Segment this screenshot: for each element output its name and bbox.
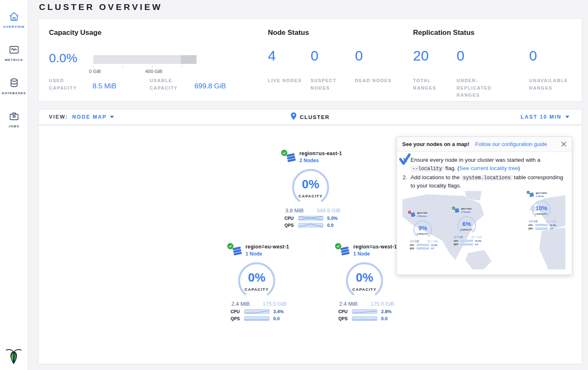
capacity-used-percent: 0.0% (49, 51, 77, 65)
metrics-icon (9, 44, 19, 55)
cockroachdb-logo-icon (5, 348, 22, 367)
qps-value: 0.0 (327, 223, 333, 228)
cpu-label: CPU (338, 309, 352, 314)
capacity-percent: 9% (413, 225, 433, 232)
used-capacity-value: 8.5 MiB (92, 82, 117, 90)
cpu-label: CPU (454, 240, 461, 242)
cpu-value: 3.4% (273, 309, 284, 314)
qps-sparkline (298, 223, 324, 228)
replication-status-title: Replication Status (413, 29, 474, 37)
capacity-percent: 0% (344, 271, 385, 285)
locality-region-label: region=us-west-1 (353, 244, 397, 250)
cpu-label: CPU (528, 224, 535, 226)
qps-label: QPS (338, 316, 352, 321)
capacity-axis-tick (152, 66, 153, 68)
cpu-value: 5.0% (327, 216, 338, 221)
capacity-percent: 0% (236, 271, 277, 285)
cpu-value: 2.8% (381, 309, 391, 314)
configuration-guide-link[interactable]: Follow our configuration guide (475, 141, 547, 147)
time-range-dropdown[interactable]: LAST 10 MIN (521, 114, 569, 120)
locality-nodes-link: 1 Node (536, 195, 547, 198)
qps-label: QPS (528, 227, 535, 230)
example-node-map-preview: geo=sfo 2 Nodes 9% CAPACITY 3.2 GiB 35.1… (402, 191, 566, 270)
locality-region-label: geo=nyc (461, 207, 472, 210)
sidebar-item-jobs[interactable]: JOBS (0, 103, 28, 136)
capacity-total: 35.1 GiB (427, 240, 437, 243)
qps-sparkline (461, 243, 474, 246)
node-map-setup-popup: See your nodes on a map! Follow our conf… (396, 136, 572, 275)
page-title: CLUSTER OVERVIEW (39, 2, 163, 12)
capacity-caption: CAPACITY (236, 287, 277, 292)
capacity-gauge: 0% CAPACITY (236, 261, 277, 300)
sidebar-item-databases[interactable]: DATABASES (0, 70, 28, 103)
sidebar-item-label: JOBS (8, 124, 19, 128)
sidebar-item-metrics[interactable]: METRICS (0, 37, 28, 70)
cpu-label: CPU (284, 216, 298, 221)
capacity-axis-label: 400 GiB (145, 69, 163, 74)
close-icon[interactable] (561, 141, 566, 147)
capacity-gauge: 0% CAPACITY (344, 261, 385, 300)
capacity-axis-label: 0 GiB (89, 69, 101, 74)
preview-locality-sfo: geo=sfo 2 Nodes 9% CAPACITY 3.2 GiB 35.1… (407, 211, 438, 250)
unavailable-ranges-value: 0 (529, 48, 537, 64)
capacity-gauge: 0% CAPACITY (290, 168, 331, 207)
dead-nodes-label: DEAD NODES (355, 77, 394, 85)
locality-nodes-link[interactable]: 2 Nodes (299, 158, 342, 163)
chevron-down-icon (110, 116, 114, 118)
capacity-percent: 0% (290, 178, 331, 191)
capacity-used: 2.4 MiB (231, 301, 250, 307)
preview-locality-ams: geo=ams 1 Node 10% CAPACITY 3.6 GiB 34.4… (526, 191, 557, 230)
locality-db-stack-icon (454, 208, 460, 214)
locality-nodes-link[interactable]: 1 Node (245, 251, 289, 257)
qps-label: QPS (284, 223, 298, 228)
view-toolbar: VIEW: NODE MAP CLUSTER LAST 10 MIN (38, 109, 582, 125)
qps-sparkline (352, 316, 378, 321)
step-done-check-icon (399, 153, 411, 167)
locality-db-stack-icon (340, 246, 350, 258)
qps-sparkline (244, 316, 270, 321)
locality-db-stack-icon (232, 246, 243, 258)
qps-sparkline (417, 247, 430, 250)
cpu-sparkline (352, 309, 378, 314)
capacity-axis-tick (93, 66, 94, 68)
cpu-label: CPU (231, 309, 244, 314)
view-selector-value: NODE MAP (72, 114, 107, 120)
qps-value: 0.0 (475, 243, 479, 246)
cluster-summary-card: Capacity Usage 0.0% 0 GiB 400 GiB USED C… (38, 18, 582, 102)
node-status-title: Node Status (268, 29, 309, 37)
code-chip: system.locations (461, 175, 512, 181)
locality-region-label: geo=ams (536, 191, 547, 194)
under-replicated-ranges-label: UNDER-REPLICATED RANGES (457, 77, 510, 99)
sidebar-item-overview[interactable]: OVERVIEW (0, 3, 28, 37)
cpu-value: 42.6% (475, 240, 482, 242)
locality-header[interactable]: region=eu-west-1 1 Node (227, 243, 288, 258)
locality-header[interactable]: region=us-east-1 2 Nodes (281, 150, 342, 164)
sidebar: OVERVIEW METRICS DATABASES JOBS (0, 0, 28, 370)
capacity-axis-tick (123, 66, 123, 68)
locality-nodes-link[interactable]: 1 Node (353, 251, 397, 257)
locality-nodes-link: 2 Nodes (461, 211, 472, 214)
capacity-usage-title: Capacity Usage (49, 29, 102, 37)
locality-db-stack-icon (529, 192, 535, 198)
capacity-caption: CAPACITY (344, 287, 385, 292)
capacity-gauge: 6% CAPACITY (457, 216, 477, 235)
cpu-sparkline (417, 244, 430, 246)
usable-capacity-value: 699.8 GiB (194, 82, 226, 90)
step-text: Add locations to the system.locations ta… (411, 173, 565, 190)
usable-capacity-label: USABLE CAPACITY (150, 77, 189, 92)
capacity-used: 3.6 GiB (529, 220, 538, 223)
locality-header[interactable]: region=us-west-1 1 Node (335, 243, 396, 258)
qps-value: 0.0 (273, 316, 279, 321)
breadcrumb-cluster: CLUSTER (300, 114, 330, 120)
total-ranges-value: 20 (413, 48, 429, 64)
locality-tree-link[interactable]: See current locality tree (459, 165, 518, 171)
suspect-nodes-label: SUSPECT NODES (311, 77, 350, 92)
node-map-locality-us-east-1: region=us-east-1 2 Nodes 0% CAPACITY 3.8… (279, 150, 342, 228)
capacity-used: 3.8 MiB (285, 207, 304, 214)
capacity-bar-reserved-segment (181, 55, 197, 64)
capacity-gauge: 10% CAPACITY (531, 200, 552, 219)
preview-locality-nyc: geo=nyc 2 Nodes 6% CAPACITY 3.7 GiB 65.7… (451, 207, 482, 246)
view-selector-dropdown[interactable]: NODE MAP (72, 114, 114, 120)
capacity-caption: CAPACITY (290, 194, 331, 198)
locality-nodes-link: 2 Nodes (417, 215, 428, 218)
